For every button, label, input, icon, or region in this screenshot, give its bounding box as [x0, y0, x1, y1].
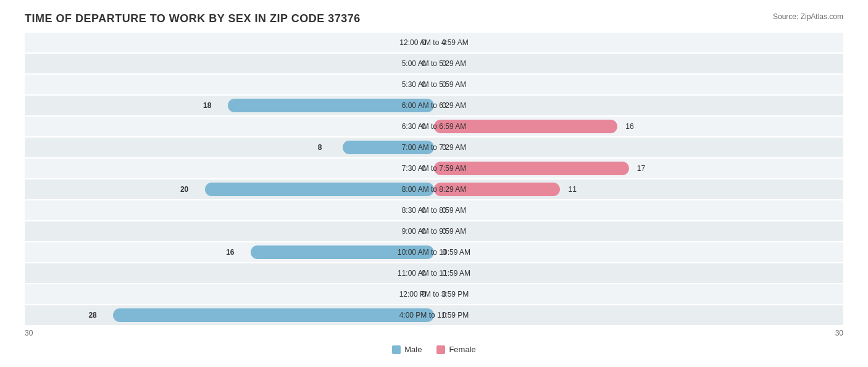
- male-bar: [205, 183, 434, 196]
- chart-row: 5:30 AM to 5:59 AM00: [25, 75, 843, 94]
- chart-row: 12:00 PM to 3:59 PM00: [25, 284, 843, 304]
- legend: Male Female: [25, 345, 843, 354]
- time-label: 8:30 AM to 8:59 AM: [402, 206, 467, 215]
- chart-row: 11:00 AM to 11:59 AM00: [25, 263, 843, 283]
- chart-row: 12:00 AM to 4:59 AM00: [25, 33, 843, 52]
- time-label: 6:30 AM to 6:59 AM: [402, 122, 467, 131]
- male-label: Male: [404, 345, 422, 354]
- axis-left: 30: [25, 329, 33, 337]
- chart-row: 6:30 AM to 6:59 AM016: [25, 117, 843, 136]
- chart-row: 8:00 AM to 8:29 AM2011: [25, 179, 843, 199]
- chart-row: 5:00 AM to 5:29 AM00: [25, 54, 843, 73]
- time-label: 8:00 AM to 8:29 AM: [402, 185, 467, 194]
- time-label: 12:00 AM to 4:59 AM: [399, 38, 468, 47]
- chart-row: 7:00 AM to 7:29 AM80: [25, 138, 843, 157]
- female-color-swatch: [436, 345, 445, 354]
- time-label: 5:00 AM to 5:29 AM: [402, 59, 467, 68]
- chart-row: 9:00 AM to 9:59 AM00: [25, 221, 843, 241]
- axis-right: 30: [835, 329, 843, 337]
- legend-female: Female: [436, 345, 475, 354]
- time-label: 12:00 PM to 3:59 PM: [399, 290, 469, 299]
- chart-title: TIME OF DEPARTURE TO WORK BY SEX IN ZIP …: [25, 12, 843, 25]
- female-value: 17: [637, 164, 645, 173]
- female-value: 16: [625, 122, 633, 131]
- male-value: 16: [226, 248, 234, 257]
- chart-row: 6:00 AM to 6:29 AM180: [25, 96, 843, 115]
- female-label: Female: [449, 345, 475, 354]
- time-label: 5:30 AM to 5:59 AM: [402, 80, 467, 89]
- male-color-swatch: [392, 345, 401, 354]
- chart-row: 4:00 PM to 11:59 PM280: [25, 305, 843, 325]
- legend-male: Male: [392, 345, 422, 354]
- time-label: 6:00 AM to 6:29 AM: [402, 101, 467, 110]
- chart-area: 12:00 AM to 4:59 AM005:00 AM to 5:29 AM0…: [25, 33, 843, 325]
- chart-row: 7:30 AM to 7:59 AM017: [25, 159, 843, 178]
- time-label: 4:00 PM to 11:59 PM: [399, 311, 469, 320]
- axis-line: 30 30: [25, 326, 843, 340]
- chart-row: 8:30 AM to 8:59 AM00: [25, 200, 843, 220]
- time-label: 11:00 AM to 11:59 AM: [398, 269, 470, 278]
- time-label: 7:00 AM to 7:29 AM: [402, 143, 467, 152]
- male-value: 20: [180, 185, 188, 194]
- male-bar: [113, 308, 434, 322]
- time-label: 9:00 AM to 9:59 AM: [402, 227, 467, 236]
- source-label: Source: ZipAtlas.com: [773, 12, 843, 21]
- time-label: 7:30 AM to 7:59 AM: [402, 164, 467, 173]
- male-value: 28: [88, 311, 96, 320]
- chart-container: TIME OF DEPARTURE TO WORK BY SEX IN ZIP …: [0, 0, 868, 367]
- chart-row: 10:00 AM to 10:59 AM160: [25, 242, 843, 262]
- male-value: 8: [318, 143, 322, 152]
- male-value: 18: [203, 101, 211, 110]
- time-label: 10:00 AM to 10:59 AM: [398, 248, 470, 257]
- female-value: 11: [568, 185, 576, 194]
